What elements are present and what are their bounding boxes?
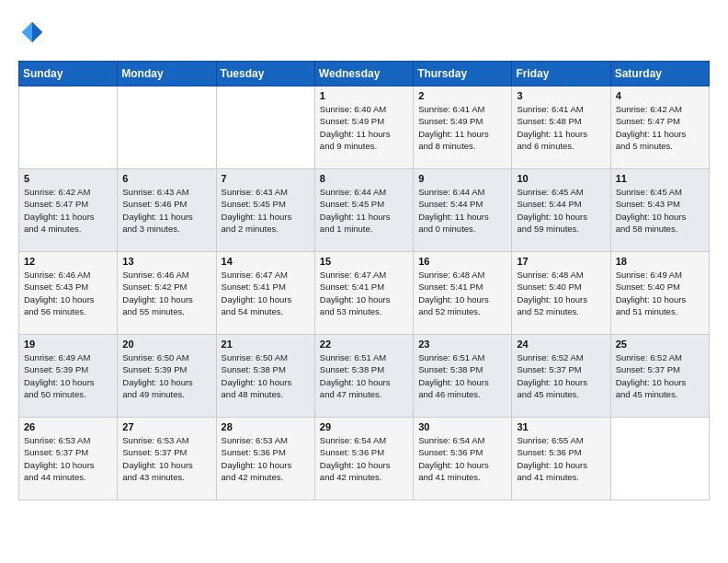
day-number: 16 <box>418 256 506 267</box>
day-number: 31 <box>517 421 605 432</box>
calendar-cell: 21Sunrise: 6:50 AM Sunset: 5:38 PM Dayli… <box>216 335 314 418</box>
day-info: Sunrise: 6:50 AM Sunset: 5:38 PM Dayligh… <box>222 351 310 400</box>
calendar-cell <box>118 86 216 169</box>
calendar-cell: 22Sunrise: 6:51 AM Sunset: 5:38 PM Dayli… <box>314 335 413 418</box>
day-info: Sunrise: 6:53 AM Sunset: 5:37 PM Dayligh… <box>24 434 112 483</box>
day-info: Sunrise: 6:52 AM Sunset: 5:37 PM Dayligh… <box>616 351 704 400</box>
day-number: 12 <box>24 256 112 267</box>
day-number: 28 <box>222 421 310 432</box>
column-header-friday: Friday <box>512 62 610 86</box>
calendar-cell: 15Sunrise: 6:47 AM Sunset: 5:41 PM Dayli… <box>314 252 413 335</box>
calendar-cell: 26Sunrise: 6:53 AM Sunset: 5:37 PM Dayli… <box>19 418 118 500</box>
calendar-week-row: 19Sunrise: 6:49 AM Sunset: 5:39 PM Dayli… <box>19 335 710 418</box>
day-number: 27 <box>122 421 210 432</box>
calendar-cell: 11Sunrise: 6:45 AM Sunset: 5:43 PM Dayli… <box>610 169 709 252</box>
day-info: Sunrise: 6:45 AM Sunset: 5:44 PM Dayligh… <box>517 186 605 235</box>
calendar-cell: 28Sunrise: 6:53 AM Sunset: 5:36 PM Dayli… <box>216 418 314 500</box>
calendar-cell: 30Sunrise: 6:54 AM Sunset: 5:36 PM Dayli… <box>414 418 512 500</box>
day-number: 26 <box>24 421 112 432</box>
calendar-cell: 29Sunrise: 6:54 AM Sunset: 5:36 PM Dayli… <box>314 418 413 500</box>
calendar-cell: 25Sunrise: 6:52 AM Sunset: 5:37 PM Dayli… <box>610 335 709 418</box>
calendar-cell: 23Sunrise: 6:51 AM Sunset: 5:38 PM Dayli… <box>414 335 512 418</box>
day-info: Sunrise: 6:42 AM Sunset: 5:47 PM Dayligh… <box>616 103 704 152</box>
column-header-wednesday: Wednesday <box>314 62 413 86</box>
day-info: Sunrise: 6:41 AM Sunset: 5:48 PM Dayligh… <box>517 103 605 152</box>
day-number: 17 <box>517 256 605 267</box>
day-info: Sunrise: 6:47 AM Sunset: 5:41 PM Dayligh… <box>320 269 408 317</box>
day-info: Sunrise: 6:49 AM Sunset: 5:39 PM Dayligh… <box>24 351 112 400</box>
day-info: Sunrise: 6:51 AM Sunset: 5:38 PM Dayligh… <box>320 351 408 400</box>
calendar-cell <box>19 86 118 169</box>
calendar-cell: 1Sunrise: 6:40 AM Sunset: 5:49 PM Daylig… <box>314 86 413 169</box>
calendar-cell: 27Sunrise: 6:53 AM Sunset: 5:37 PM Dayli… <box>118 418 216 500</box>
svg-marker-1 <box>22 22 32 43</box>
day-number: 9 <box>418 173 506 184</box>
calendar-cell: 8Sunrise: 6:44 AM Sunset: 5:45 PM Daylig… <box>314 169 413 252</box>
calendar-cell: 19Sunrise: 6:49 AM Sunset: 5:39 PM Dayli… <box>19 335 118 418</box>
day-number: 5 <box>24 173 112 184</box>
calendar-cell: 6Sunrise: 6:43 AM Sunset: 5:46 PM Daylig… <box>118 169 216 252</box>
day-info: Sunrise: 6:52 AM Sunset: 5:37 PM Dayligh… <box>517 351 605 400</box>
day-number: 2 <box>418 90 506 101</box>
day-number: 7 <box>222 173 310 184</box>
calendar-cell: 4Sunrise: 6:42 AM Sunset: 5:47 PM Daylig… <box>610 86 709 169</box>
calendar-cell: 13Sunrise: 6:46 AM Sunset: 5:42 PM Dayli… <box>118 252 216 335</box>
calendar-cell <box>216 86 314 169</box>
calendar-week-row: 26Sunrise: 6:53 AM Sunset: 5:37 PM Dayli… <box>19 418 710 500</box>
day-info: Sunrise: 6:41 AM Sunset: 5:49 PM Dayligh… <box>418 103 506 152</box>
calendar-cell <box>610 418 709 500</box>
day-number: 1 <box>320 90 408 101</box>
calendar-week-row: 1Sunrise: 6:40 AM Sunset: 5:49 PM Daylig… <box>19 86 710 169</box>
day-info: Sunrise: 6:48 AM Sunset: 5:40 PM Dayligh… <box>517 269 605 317</box>
calendar-cell: 5Sunrise: 6:42 AM Sunset: 5:47 PM Daylig… <box>19 169 118 252</box>
day-number: 18 <box>616 256 704 267</box>
day-number: 22 <box>320 339 408 350</box>
day-info: Sunrise: 6:51 AM Sunset: 5:38 PM Dayligh… <box>418 351 506 400</box>
day-number: 25 <box>616 339 704 350</box>
logo-icon <box>18 18 46 46</box>
column-header-tuesday: Tuesday <box>216 62 314 86</box>
day-info: Sunrise: 6:46 AM Sunset: 5:43 PM Dayligh… <box>24 269 112 317</box>
day-info: Sunrise: 6:49 AM Sunset: 5:40 PM Dayligh… <box>616 269 704 317</box>
day-number: 4 <box>616 90 704 101</box>
day-number: 30 <box>418 421 506 432</box>
calendar-week-row: 12Sunrise: 6:46 AM Sunset: 5:43 PM Dayli… <box>19 252 710 335</box>
day-info: Sunrise: 6:55 AM Sunset: 5:36 PM Dayligh… <box>517 434 605 483</box>
day-number: 29 <box>320 421 408 432</box>
calendar-cell: 12Sunrise: 6:46 AM Sunset: 5:43 PM Dayli… <box>19 252 118 335</box>
column-header-thursday: Thursday <box>414 62 512 86</box>
day-info: Sunrise: 6:48 AM Sunset: 5:41 PM Dayligh… <box>418 269 506 317</box>
calendar-cell: 18Sunrise: 6:49 AM Sunset: 5:40 PM Dayli… <box>610 252 709 335</box>
day-info: Sunrise: 6:53 AM Sunset: 5:36 PM Dayligh… <box>222 434 310 483</box>
day-number: 15 <box>320 256 408 267</box>
calendar-cell: 17Sunrise: 6:48 AM Sunset: 5:40 PM Dayli… <box>512 252 610 335</box>
day-number: 11 <box>616 173 704 184</box>
column-header-sunday: Sunday <box>19 62 118 86</box>
day-info: Sunrise: 6:42 AM Sunset: 5:47 PM Dayligh… <box>24 186 112 235</box>
day-number: 8 <box>320 173 408 184</box>
calendar-cell: 16Sunrise: 6:48 AM Sunset: 5:41 PM Dayli… <box>414 252 512 335</box>
day-number: 13 <box>122 256 210 267</box>
column-header-saturday: Saturday <box>610 62 709 86</box>
day-info: Sunrise: 6:40 AM Sunset: 5:49 PM Dayligh… <box>320 103 408 152</box>
calendar-week-row: 5Sunrise: 6:42 AM Sunset: 5:47 PM Daylig… <box>19 169 710 252</box>
day-info: Sunrise: 6:53 AM Sunset: 5:37 PM Dayligh… <box>122 434 210 483</box>
day-number: 24 <box>517 339 605 350</box>
day-info: Sunrise: 6:45 AM Sunset: 5:43 PM Dayligh… <box>616 186 704 235</box>
day-info: Sunrise: 6:54 AM Sunset: 5:36 PM Dayligh… <box>320 434 408 483</box>
calendar-cell: 7Sunrise: 6:43 AM Sunset: 5:45 PM Daylig… <box>216 169 314 252</box>
day-number: 20 <box>122 339 210 350</box>
calendar-cell: 3Sunrise: 6:41 AM Sunset: 5:48 PM Daylig… <box>512 86 610 169</box>
calendar-cell: 2Sunrise: 6:41 AM Sunset: 5:49 PM Daylig… <box>414 86 512 169</box>
day-number: 3 <box>517 90 605 101</box>
day-number: 19 <box>24 339 112 350</box>
day-info: Sunrise: 6:43 AM Sunset: 5:45 PM Dayligh… <box>222 186 310 235</box>
day-info: Sunrise: 6:50 AM Sunset: 5:39 PM Dayligh… <box>122 351 210 400</box>
day-number: 21 <box>222 339 310 350</box>
day-info: Sunrise: 6:54 AM Sunset: 5:36 PM Dayligh… <box>418 434 506 483</box>
day-info: Sunrise: 6:44 AM Sunset: 5:45 PM Dayligh… <box>320 186 408 235</box>
page-header <box>18 18 710 46</box>
calendar-cell: 24Sunrise: 6:52 AM Sunset: 5:37 PM Dayli… <box>512 335 610 418</box>
calendar-cell: 9Sunrise: 6:44 AM Sunset: 5:44 PM Daylig… <box>414 169 512 252</box>
day-info: Sunrise: 6:44 AM Sunset: 5:44 PM Dayligh… <box>418 186 506 235</box>
